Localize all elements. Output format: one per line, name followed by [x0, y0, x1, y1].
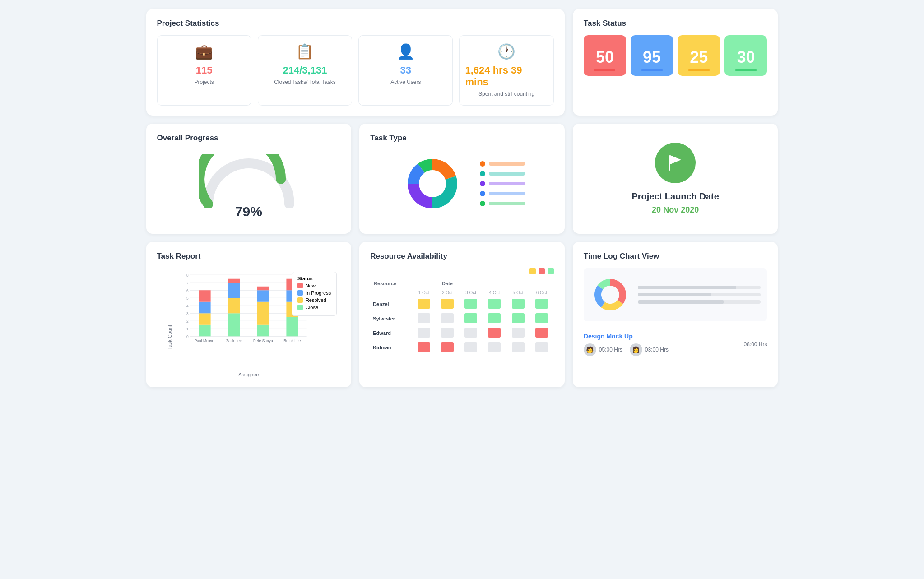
resource-avail-card: Resource Availability ResourceDate1 Oct2… [359, 242, 565, 387]
stat-label-time: Spent and still counting [478, 91, 534, 98]
status-box-num-0: 50 [596, 49, 614, 65]
bar-segment [199, 324, 210, 336]
resource-cell [436, 326, 459, 340]
stat-value-tasks: 214/3,131 [283, 65, 327, 76]
svg-rect-0 [669, 155, 670, 171]
chart-legend-item: In Progress [297, 290, 331, 296]
status-box-num-3: 30 [737, 49, 755, 65]
task-type-card: Task Type [359, 124, 565, 234]
overall-progress-card: Overall Progress 79% [146, 124, 352, 234]
resource-cell [460, 297, 482, 311]
user-avatar: 🧑 [584, 343, 596, 356]
legend-item [480, 161, 525, 167]
donut-segment [432, 176, 457, 208]
stat-item-time: 🕐 1,624 hrs 39 mins Spent and still coun… [459, 35, 553, 106]
chart-legend-item: Resolved [297, 297, 331, 303]
stat-icon-tasks: 📋 [296, 43, 314, 60]
resource-cell [530, 297, 553, 311]
user-hours: 05:00 Hrs [599, 347, 622, 353]
bar-segment [199, 313, 210, 325]
svg-text:0: 0 [186, 334, 189, 339]
chart-legend-color [297, 283, 303, 288]
chart-legend-label: Close [306, 305, 318, 310]
resource-cell [530, 312, 553, 325]
legend-dot [480, 201, 485, 206]
legend-item [480, 171, 525, 176]
stats-grid: 💼 115 Projects 📋 214/3,131 Closed Tasks/… [157, 35, 554, 106]
stat-icon-time: 🕐 [497, 43, 515, 60]
task-status-title: Task Status [584, 19, 767, 28]
time-legend [638, 286, 761, 304]
resource-cell [530, 326, 553, 340]
legend-bar [489, 192, 525, 195]
status-box-num-1: 95 [643, 49, 661, 65]
resource-cell [413, 312, 435, 325]
svg-text:7: 7 [186, 281, 189, 285]
chart-legend-color [297, 297, 303, 303]
project-statistics-card: Project Statistics 💼 115 Projects 📋 214/… [146, 9, 565, 116]
stat-label-tasks: Closed Tasks/ Total Tasks [274, 79, 336, 86]
task-type-title: Task Type [370, 134, 554, 143]
date-label: 6 Oct [530, 289, 553, 296]
stat-item-projects: 💼 115 Projects [157, 35, 251, 106]
resource-legend-item [548, 268, 554, 274]
chart-legend-color [297, 305, 303, 310]
bar-segment [228, 283, 240, 298]
stat-icon-users: 👤 [397, 43, 415, 60]
status-box-2: 25 [678, 35, 720, 76]
time-log-title-text: Design Mock Up [584, 333, 669, 340]
flag-icon [664, 152, 687, 174]
time-legend-item [638, 293, 761, 296]
svg-text:Pete Sariya: Pete Sariya [253, 338, 273, 343]
legend-dot [480, 171, 485, 176]
resource-name-cell: Kidman [371, 341, 411, 354]
task-report-card: Task Report Task Count 012345678Paul Mol… [146, 242, 352, 387]
resource-header-col [530, 279, 553, 288]
svg-text:6: 6 [186, 288, 189, 293]
status-box-bar-2 [688, 69, 710, 71]
resource-table: ResourceDate1 Oct2 Oct3 Oct4 Oct5 Oct6 O… [370, 278, 554, 355]
date-label: 4 Oct [483, 289, 506, 296]
chart-legend-label: New [306, 283, 316, 288]
resource-name-cell: Denzel [371, 297, 411, 311]
stat-item-users: 👤 33 Active Users [358, 35, 453, 106]
stat-value-projects: 115 [196, 65, 213, 76]
resource-cell [413, 341, 435, 354]
stat-item-tasks: 📋 214/3,131 Closed Tasks/ Total Tasks [258, 35, 352, 106]
resource-cell [483, 297, 506, 311]
time-log-entry-title: Design Mock Up 🧑05:00 Hrs👩03:00 Hrs [584, 333, 669, 356]
time-log-user: 👩03:00 Hrs [630, 343, 669, 356]
legend-item [480, 201, 525, 206]
svg-text:4: 4 [186, 304, 189, 308]
resource-cell [483, 326, 506, 340]
svg-text:2: 2 [186, 319, 189, 324]
resource-cell [483, 341, 506, 354]
svg-text:Zack Lee: Zack Lee [226, 338, 241, 343]
resource-header-date: Date [413, 279, 483, 288]
legend-dot [480, 161, 485, 167]
launch-date-card: Project Launch Date 20 Nov 2020 [573, 124, 778, 234]
svg-text:Paul Molive.: Paul Molive. [194, 338, 215, 343]
resource-cell [530, 341, 553, 354]
bar-segment [257, 290, 269, 302]
resource-cell [483, 312, 506, 325]
resource-legend [370, 268, 554, 274]
time-log-entry-hours: 08:00 Hrs [743, 341, 767, 347]
chart-legend-label: In Progress [306, 290, 331, 296]
bar-segment [199, 290, 210, 302]
svg-marker-1 [670, 155, 681, 164]
resource-cell [506, 326, 529, 340]
time-log-entry: Design Mock Up 🧑05:00 Hrs👩03:00 Hrs 08:0… [584, 328, 767, 356]
user-avatar: 👩 [630, 343, 642, 356]
resource-legend-item [529, 268, 536, 274]
task-type-legend [480, 161, 525, 206]
date-label: 1 Oct [413, 289, 435, 296]
launch-icon-circle [655, 143, 696, 183]
resource-legend-item [539, 268, 545, 274]
resource-cell [436, 341, 459, 354]
gauge-container: 79% [157, 150, 341, 224]
time-log-donut [590, 274, 631, 315]
resource-cell [460, 341, 482, 354]
time-legend-item [638, 286, 761, 289]
resource-name-cell: Edward [371, 326, 411, 340]
